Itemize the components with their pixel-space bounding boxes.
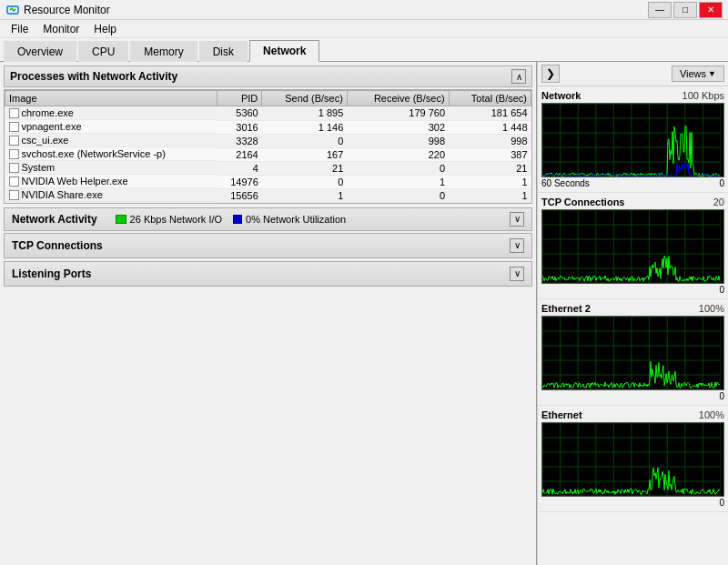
tcp-toggle[interactable]: ∨	[510, 238, 524, 253]
process-send: 1 146	[262, 120, 348, 134]
process-checkbox[interactable]	[9, 108, 19, 118]
process-total: 181 654	[449, 106, 531, 121]
processes-toggle[interactable]: ∧	[511, 69, 526, 84]
network-io-value: 26 Kbps Network I/O	[130, 214, 223, 225]
tcp-title: TCP Connections	[12, 239, 103, 252]
table-row[interactable]: chrome.exe 5360 1 895 179 760 181 654	[5, 106, 531, 121]
tab-cpu[interactable]: CPU	[78, 41, 128, 62]
process-checkbox[interactable]	[9, 177, 19, 187]
process-send: 167	[262, 147, 348, 161]
right-panel: ❯ Views ▼ Network 100 Kbps 60 Seconds0 T…	[537, 62, 728, 565]
process-checkbox[interactable]	[9, 163, 19, 173]
process-checkbox[interactable]	[9, 190, 19, 200]
chart-canvas-container-3	[541, 422, 724, 497]
views-dropdown-arrow: ▼	[708, 69, 716, 78]
right-panel-header: ❯ Views ▼	[538, 62, 728, 86]
table-row[interactable]: NVIDIA Web Helper.exe 14976 0 1 1	[5, 175, 531, 188]
process-checkbox[interactable]	[9, 136, 19, 146]
col-total[interactable]: Total (B/sec)	[449, 91, 531, 106]
process-table: Image PID Send (B/sec) Receive (B/sec) T…	[5, 90, 531, 203]
chart-min-val-right: 0	[719, 285, 724, 295]
col-send[interactable]: Send (B/sec)	[262, 91, 348, 106]
menu-file[interactable]: File	[4, 21, 35, 37]
chart-label-3: Ethernet	[541, 409, 582, 420]
listening-toggle[interactable]: ∨	[510, 267, 524, 281]
chart-canvas-1	[542, 210, 721, 283]
titlebar: Resource Monitor — □ ✕	[0, 0, 728, 20]
process-send: 0	[262, 175, 348, 188]
table-row[interactable]: svchost.exe (NetworkService -p) 2164 167…	[5, 147, 531, 161]
listening-title: Listening Ports	[12, 267, 91, 280]
chart-min-val-right: 0	[719, 498, 724, 508]
process-checkbox[interactable]	[9, 122, 19, 132]
network-util-value: 0% Network Utilization	[246, 214, 346, 225]
process-pid: 15656	[217, 188, 262, 202]
process-total: 998	[449, 134, 531, 147]
process-name: chrome.exe	[22, 107, 74, 118]
chart-footer-0: 60 Seconds0	[541, 178, 724, 188]
green-indicator-icon	[116, 215, 126, 224]
listening-section-header[interactable]: Listening Ports ∨	[4, 261, 532, 287]
process-receive: 179 760	[347, 106, 449, 121]
chart-footer-3: 0	[541, 498, 724, 508]
maximize-button[interactable]: □	[673, 2, 697, 18]
close-button[interactable]: ✕	[699, 2, 723, 18]
chart-value-2: 100%	[699, 303, 724, 314]
chart-value-0: 100 Kbps	[682, 90, 724, 101]
chart-footer-2: 0	[541, 391, 724, 401]
process-image: vpnagent.exe	[5, 120, 217, 134]
tab-memory[interactable]: Memory	[130, 41, 197, 62]
network-activity-toggle[interactable]: ∨	[510, 212, 524, 227]
process-pid: 2164	[217, 147, 262, 161]
process-receive: 0	[347, 161, 449, 175]
chart-value-1: 20	[713, 197, 724, 207]
process-total: 21	[449, 161, 531, 175]
process-receive: 998	[347, 134, 449, 147]
process-image: chrome.exe	[5, 106, 217, 120]
menu-monitor[interactable]: Monitor	[35, 21, 86, 37]
process-pid: 3016	[217, 120, 262, 134]
network-util-indicator: 0% Network Utilization	[233, 214, 346, 225]
col-pid[interactable]: PID	[217, 91, 262, 106]
menu-help[interactable]: Help	[86, 21, 124, 37]
tab-overview[interactable]: Overview	[4, 41, 76, 62]
process-image: System	[5, 161, 217, 175]
tab-disk[interactable]: Disk	[199, 41, 248, 62]
processes-section-header[interactable]: Processes with Network Activity ∧	[4, 66, 532, 87]
process-receive: 0	[347, 188, 449, 202]
chart-footer-1: 0	[541, 285, 724, 295]
chart-label-2: Ethernet 2	[541, 303, 591, 314]
table-row[interactable]: vpnagent.exe 3016 1 146 302 1 448	[5, 120, 531, 134]
tcp-section-header[interactable]: TCP Connections ∨	[4, 233, 532, 258]
tabbar: Overview CPU Memory Disk Network	[0, 38, 728, 62]
chart-canvas-container-1	[541, 209, 724, 284]
chart-header-1: TCP Connections 20	[541, 197, 724, 207]
views-label: Views	[680, 68, 706, 79]
views-button[interactable]: Views ▼	[672, 66, 724, 82]
process-send: 0	[262, 134, 348, 147]
minimize-button[interactable]: —	[648, 2, 672, 18]
process-receive: 1	[347, 175, 449, 188]
app-icon	[5, 3, 20, 17]
chart-canvas-3	[542, 423, 721, 496]
col-image[interactable]: Image	[5, 91, 217, 106]
table-row[interactable]: System 4 21 0 21	[5, 161, 531, 175]
tab-network[interactable]: Network	[249, 40, 319, 62]
menubar: File Monitor Help	[0, 20, 728, 38]
process-receive: 302	[347, 120, 449, 134]
process-name: vpnagent.exe	[22, 121, 82, 132]
col-receive[interactable]: Receive (B/sec)	[347, 91, 449, 106]
chart-canvas-2	[542, 317, 721, 389]
chart-label-0: Network	[541, 90, 581, 101]
chart-time-label: 60 Seconds	[541, 178, 590, 188]
expand-button[interactable]: ❯	[541, 65, 560, 83]
process-image: NVIDIA Share.exe	[5, 188, 217, 202]
table-row[interactable]: NVIDIA Share.exe 15656 1 0 1	[5, 188, 531, 202]
chart-section-3: Ethernet 100% 0	[538, 406, 728, 512]
chart-canvas-container-2	[541, 316, 724, 390]
process-total: 1	[449, 188, 531, 202]
processes-title: Processes with Network Activity	[10, 70, 177, 83]
table-row[interactable]: csc_ui.exe 3328 0 998 998	[5, 134, 531, 147]
process-checkbox[interactable]	[9, 149, 19, 159]
process-image: csc_ui.exe	[5, 134, 217, 147]
